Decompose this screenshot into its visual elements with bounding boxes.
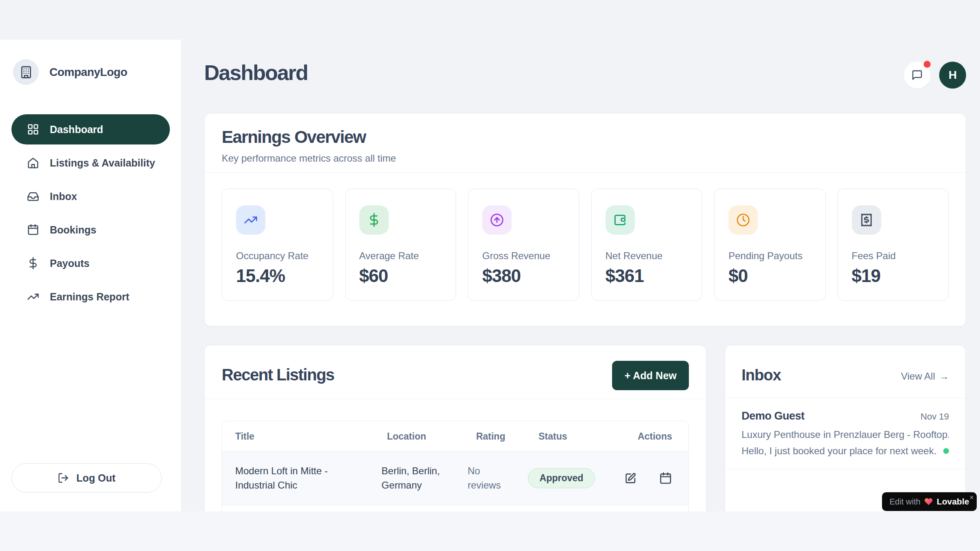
logo-text: CompanyLogo — [49, 66, 127, 79]
earnings-head: Earnings Overview Key performance metric… — [205, 113, 966, 164]
page-title: Dashboard — [204, 60, 308, 85]
recent-listings-card: Recent Listings + Add New Title Location… — [204, 345, 706, 511]
building-icon — [13, 59, 39, 85]
edit-with-lovable-badge[interactable]: Edit with Lovable × — [882, 492, 977, 511]
message-preview: Hello, I just booked your place for next… — [742, 445, 938, 457]
row-actions — [624, 472, 672, 485]
metric-card-pending-payouts: Pending Payouts $0 — [714, 189, 826, 301]
sidebar-item-label: Earnings Report — [50, 291, 129, 303]
status-badge: Approved — [528, 468, 595, 488]
metric-label: Occupancy Rate — [236, 250, 319, 262]
metric-card-average-rate: Average Rate $60 — [345, 189, 457, 301]
sidebar-item-payouts[interactable]: Payouts — [11, 248, 170, 278]
view-all-link[interactable]: View All → — [901, 371, 949, 382]
listings-table: Title Location Rating Status Actions Mod… — [222, 421, 689, 511]
sidebar-item-label: Listings & Availability — [50, 157, 155, 169]
header-actions: H — [904, 62, 966, 89]
metric-label: Pending Payouts — [728, 250, 811, 262]
metrics-row: Occupancy Rate 15.4% Average Rate $60 Gr… — [222, 189, 949, 301]
metric-card-net-revenue: Net Revenue $361 — [591, 189, 703, 301]
earnings-overview-card: Earnings Overview Key performance metric… — [204, 113, 966, 327]
column-header-title: Title — [222, 431, 374, 442]
table-header-row: Title Location Rating Status Actions — [222, 421, 688, 451]
app-viewport: CompanyLogo Dashboard Listings & Availab… — [0, 0, 980, 511]
metric-label: Gross Revenue — [482, 250, 565, 262]
trending-up-icon — [27, 291, 39, 303]
metric-value: $361 — [606, 266, 688, 286]
metric-card-gross-revenue: Gross Revenue $380 — [468, 189, 579, 301]
metric-card-occupancy-rate: Occupancy Rate 15.4% — [222, 189, 333, 301]
listing-location: Berlin, Berlin, Germany — [381, 464, 449, 493]
circle-arrow-up-icon — [482, 205, 512, 235]
metric-value: $19 — [852, 266, 935, 286]
logo: CompanyLogo — [13, 59, 181, 85]
sidebar-item-bookings[interactable]: Bookings — [11, 215, 170, 245]
sidebar-item-label: Bookings — [50, 224, 96, 236]
divider — [205, 172, 966, 173]
inbox-head: Inbox View All → — [725, 345, 965, 384]
chat-button[interactable] — [904, 62, 931, 89]
badge-prefix: Edit with — [890, 497, 921, 507]
column-header-actions: Actions — [625, 431, 688, 442]
table-row-partial — [222, 505, 688, 511]
badge-brand: Lovable — [937, 497, 969, 507]
column-header-status: Status — [526, 431, 625, 442]
sidebar-item-label: Dashboard — [50, 124, 103, 136]
inbox-message[interactable]: Demo Guest Nov 19 Luxury Penthouse in Pr… — [725, 398, 965, 469]
add-new-button[interactable]: + Add New — [612, 361, 689, 390]
clock-icon — [728, 205, 758, 235]
view-all-label: View All — [901, 371, 935, 382]
arrow-right-icon: → — [939, 371, 949, 382]
logout-icon — [58, 472, 69, 484]
listings-head: Recent Listings + Add New — [205, 345, 706, 384]
receipt-icon — [852, 205, 881, 235]
dollar-icon — [27, 257, 39, 269]
message-sender: Demo Guest — [742, 410, 804, 422]
metric-value: $380 — [482, 266, 565, 286]
metric-value: $0 — [728, 266, 811, 286]
calendar-icon[interactable] — [659, 472, 672, 485]
column-header-rating: Rating — [463, 431, 526, 442]
sidebar-item-listings[interactable]: Listings & Availability — [11, 148, 170, 178]
sidebar-item-dashboard[interactable]: Dashboard — [11, 114, 170, 144]
column-header-location: Location — [374, 431, 463, 442]
logout-button[interactable]: Log Out — [11, 463, 162, 493]
grid-icon — [27, 123, 39, 136]
sidebar: CompanyLogo Dashboard Listings & Availab… — [0, 40, 182, 511]
earnings-subtitle: Key performance metrics across all time — [222, 153, 949, 164]
earnings-title: Earnings Overview — [222, 127, 949, 147]
message-bubble-icon — [911, 69, 923, 81]
metric-value: 15.4% — [236, 266, 319, 286]
inbox-card: Inbox View All → Demo Guest Nov 19 Luxur… — [725, 345, 966, 511]
message-subject: Luxury Penthouse in Prenzlauer Berg - Ro… — [742, 429, 949, 440]
home-icon — [27, 157, 39, 169]
logout-label: Log Out — [76, 472, 116, 484]
calendar-icon — [27, 224, 39, 236]
sidebar-nav: Dashboard Listings & Availability Inbox — [11, 114, 170, 312]
metric-label: Net Revenue — [606, 250, 688, 262]
listing-rating: No reviews — [468, 464, 508, 493]
metric-card-fees-paid: Fees Paid $19 — [837, 189, 949, 301]
heart-icon — [924, 497, 933, 506]
metric-label: Average Rate — [359, 250, 442, 262]
inbox-icon — [27, 190, 39, 202]
sidebar-item-label: Payouts — [50, 258, 89, 269]
sidebar-item-earnings-report[interactable]: Earnings Report — [11, 282, 170, 312]
sidebar-item-inbox[interactable]: Inbox — [11, 181, 170, 211]
screen: CompanyLogo Dashboard Listings & Availab… — [0, 0, 980, 551]
trending-up-icon — [236, 205, 265, 235]
sidebar-item-label: Inbox — [50, 191, 77, 202]
wallet-icon — [606, 205, 635, 235]
edit-icon[interactable] — [624, 472, 637, 485]
unread-dot — [943, 448, 949, 454]
listing-title: Modern Loft in Mitte - Industrial Chic — [235, 464, 360, 493]
divider — [205, 399, 706, 399]
metric-value: $60 — [359, 266, 442, 286]
close-icon[interactable]: × — [969, 493, 974, 501]
avatar[interactable]: H — [939, 62, 966, 89]
message-date: Nov 19 — [920, 411, 949, 422]
notification-dot — [924, 61, 931, 68]
dollar-icon — [359, 205, 389, 235]
table-row[interactable]: Modern Loft in Mitte - Industrial Chic B… — [222, 451, 688, 505]
metric-label: Fees Paid — [852, 250, 935, 262]
